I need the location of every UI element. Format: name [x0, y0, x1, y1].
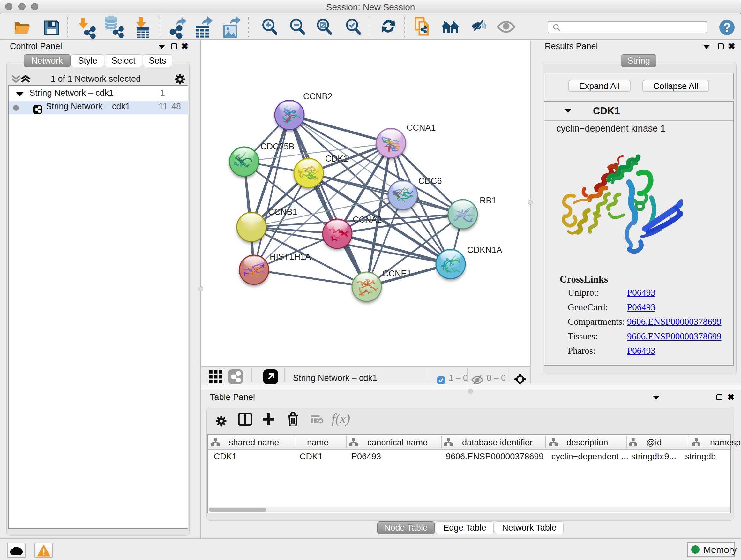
svg-text:CDK1: CDK1: [325, 154, 348, 164]
svg-text:CCNA2: CCNA2: [353, 215, 382, 225]
svg-text:CCNB2: CCNB2: [303, 91, 333, 101]
svg-text:?: ?: [723, 21, 731, 34]
svg-text:CCNA1: CCNA1: [407, 123, 436, 132]
svg-text:CDC6: CDC6: [418, 176, 442, 186]
svg-text:CDKN1A: CDKN1A: [467, 245, 502, 255]
svg-text:HIST1H1A: HIST1H1A: [270, 252, 311, 261]
svg-text:CCNB1: CCNB1: [268, 207, 297, 217]
svg-text:CDC25B: CDC25B: [260, 142, 294, 151]
svg-text:CCNE1: CCNE1: [382, 269, 412, 278]
svg-text:RB1: RB1: [480, 196, 496, 205]
